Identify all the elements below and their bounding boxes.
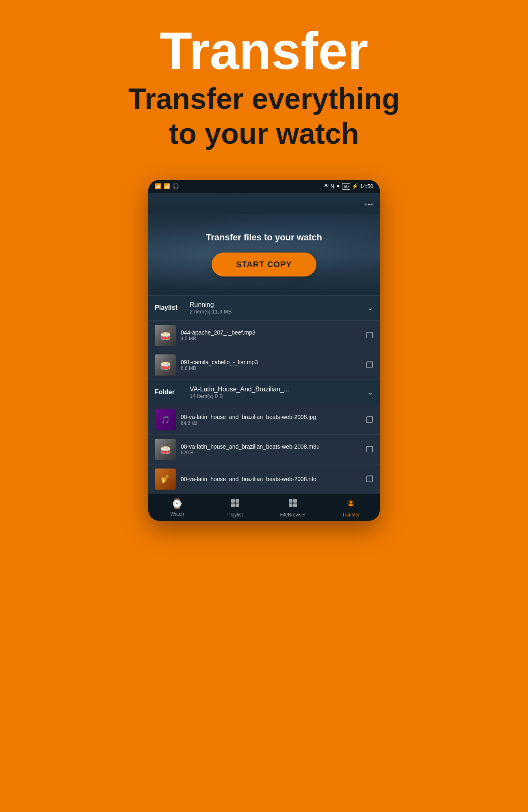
status-bar: 📶 📶 🎧 👁 N ✷ 60 ⚡ 14:50	[148, 180, 380, 193]
folder-file-info-1: 00-va-latin_house_and_brazilian_beats-we…	[181, 414, 361, 426]
folder-thumbnail-2	[155, 439, 176, 460]
folder-file-info-2: 00-va-latin_house_and_brazilian_beats-we…	[181, 443, 361, 456]
battery-indicator: 60	[342, 183, 350, 190]
watch-icon: ⌚	[171, 498, 183, 510]
file-info-2: 091-camila_cabello_-_liar.mp3 6,8 MB	[181, 359, 361, 371]
copy-button-2[interactable]: ❐	[366, 360, 373, 370]
playlist-nav-icon	[230, 498, 240, 510]
playlist-name: Running	[190, 301, 367, 309]
folder-section-header[interactable]: Folder VA-Latin_House_And_Brazilian_... …	[148, 380, 380, 405]
copy-button-folder-2[interactable]: ❐	[366, 445, 373, 454]
hero-area: Transfer files to your watch START COPY	[148, 214, 380, 295]
nav-item-watch[interactable]: ⌚ Watch	[148, 494, 206, 521]
folder-file-name-2: 00-va-latin_house_and_brazilian_beats-we…	[181, 443, 361, 450]
eye-icon: 👁	[324, 183, 329, 189]
playlist-file-item-2: 091-camila_cabello_-_liar.mp3 6,8 MB ❐	[148, 350, 380, 380]
wifi-icon: 📶	[164, 183, 170, 189]
folder-file-name-3: 00-va-latin_house_and_brazilian_beats-we…	[181, 476, 361, 482]
app-header: ⋮	[148, 193, 380, 214]
playlist-info: Running 2 Item(s) 11,3 MB	[190, 301, 367, 315]
svg-rect-6	[289, 503, 292, 507]
menu-button[interactable]: ⋮	[366, 199, 372, 209]
svg-rect-5	[293, 499, 297, 503]
folder-label: Folder	[155, 389, 183, 396]
svg-rect-1	[236, 499, 239, 503]
page-title: Transfer	[32, 24, 496, 77]
folder-file-item-2: 00-va-latin_house_and_brazilian_beats-we…	[148, 434, 380, 464]
copy-button-folder-3[interactable]: ❐	[366, 474, 373, 484]
folder-info: VA-Latin_House_And_Brazilian_... 14 Item…	[190, 386, 367, 399]
folder-meta: 14 Item(s) 0 B	[190, 393, 367, 399]
file-size-1: 4,5 MB	[181, 336, 361, 341]
nav-label-filebrowser: FileBrowser	[280, 512, 306, 518]
folder-chevron-icon[interactable]: ⌄	[367, 388, 373, 397]
header-section: Transfer Transfer everything to your wat…	[0, 0, 528, 168]
bolt-icon: ⚡	[352, 183, 358, 189]
nav-item-transfer[interactable]: Transfer	[322, 494, 380, 521]
file-thumbnail-2	[155, 354, 176, 376]
playlist-section-header[interactable]: Playlist Running 2 Item(s) 11,3 MB ⌄	[148, 295, 380, 320]
svg-rect-0	[231, 499, 235, 503]
subtitle-line2: to your watch	[169, 117, 359, 150]
svg-rect-2	[231, 503, 235, 507]
svg-rect-7	[293, 503, 297, 507]
time-display: 14:50	[360, 183, 373, 189]
folder-file-name-1: 00-va-latin_house_and_brazilian_beats-we…	[181, 414, 361, 420]
file-name-2: 091-camila_cabello_-_liar.mp3	[181, 359, 361, 365]
svg-point-9	[349, 501, 352, 503]
phone-mockup: 📶 📶 🎧 👁 N ✷ 60 ⚡ 14:50 ⋮ Transfer files …	[148, 180, 380, 521]
svg-rect-3	[236, 503, 239, 507]
svg-rect-4	[289, 499, 292, 503]
bluetooth-icon: ✷	[336, 183, 340, 189]
file-info-1: 044-apache_207_-_beef.mp3 4,5 MB	[181, 329, 361, 341]
page-subtitle: Transfer everything to your watch	[32, 81, 496, 151]
playlist-label: Playlist	[155, 304, 183, 311]
file-size-2: 6,8 MB	[181, 365, 361, 371]
folder-name: VA-Latin_House_And_Brazilian_...	[190, 386, 367, 393]
transfer-nav-icon	[346, 498, 356, 510]
hero-text: Transfer files to your watch	[206, 232, 322, 243]
playlist-meta: 2 Item(s) 11,3 MB	[190, 309, 367, 315]
nav-item-playlist[interactable]: Playlist	[206, 494, 264, 521]
playlist-chevron-icon[interactable]: ⌄	[367, 303, 373, 312]
filebrowser-icon	[288, 498, 298, 510]
folder-file-size-2: 629 B	[181, 450, 361, 456]
nfc-icon: N	[331, 183, 334, 189]
subtitle-line1: Transfer everything	[128, 82, 400, 115]
file-list: Playlist Running 2 Item(s) 11,3 MB ⌄ 044…	[148, 295, 380, 494]
copy-button-1[interactable]: ❐	[366, 330, 373, 340]
nav-item-filebrowser[interactable]: FileBrowser	[264, 494, 322, 521]
start-copy-button[interactable]: START COPY	[212, 253, 316, 276]
bottom-nav: ⌚ Watch Playlist	[148, 494, 380, 521]
folder-file-item-3: 00-va-latin_house_and_brazilian_beats-we…	[148, 464, 380, 494]
folder-file-info-3: 00-va-latin_house_and_brazilian_beats-we…	[181, 476, 361, 482]
nav-label-playlist: Playlist	[227, 512, 243, 518]
signal-icon: 📶	[155, 183, 161, 189]
file-name-1: 044-apache_207_-_beef.mp3	[181, 329, 361, 336]
headphone-icon: 🎧	[173, 183, 179, 189]
status-right: 👁 N ✷ 60 ⚡ 14:50	[324, 183, 373, 190]
folder-thumbnail-1	[155, 409, 176, 430]
folder-file-size-1: 64,8 kB	[181, 420, 361, 426]
nav-label-watch: Watch	[170, 511, 184, 517]
playlist-file-item-1: 044-apache_207_-_beef.mp3 4,5 MB ❐	[148, 320, 380, 350]
phone-container: 📶 📶 🎧 👁 N ✷ 60 ⚡ 14:50 ⋮ Transfer files …	[0, 180, 528, 521]
file-thumbnail-1	[155, 325, 176, 346]
copy-button-folder-1[interactable]: ❐	[366, 415, 373, 425]
status-left: 📶 📶 🎧	[155, 183, 179, 189]
folder-file-item-1: 00-va-latin_house_and_brazilian_beats-we…	[148, 405, 380, 434]
folder-thumbnail-3	[155, 469, 176, 490]
nav-label-transfer: Transfer	[342, 512, 360, 518]
